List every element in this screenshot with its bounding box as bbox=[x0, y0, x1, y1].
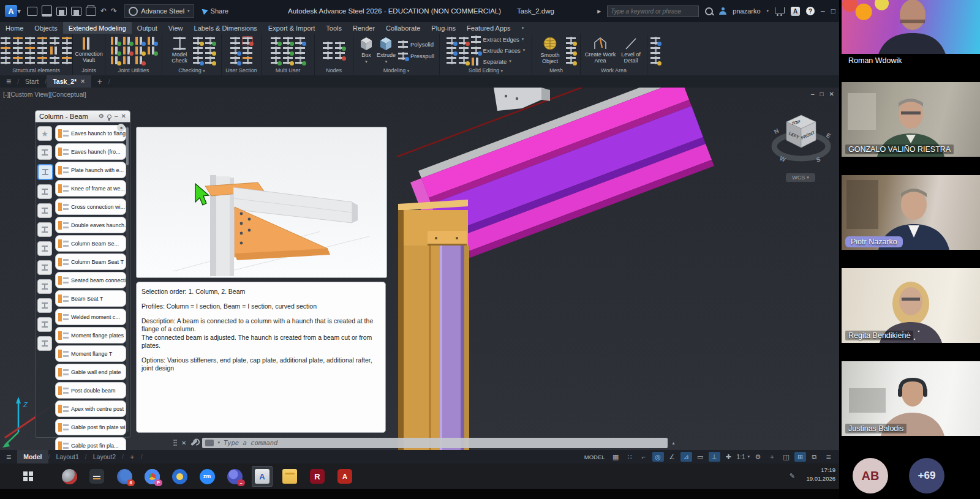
lineweight-icon[interactable]: ▭ bbox=[695, 452, 706, 462]
tool-icon[interactable] bbox=[459, 37, 469, 45]
tool-icon[interactable] bbox=[147, 37, 157, 45]
save-icon[interactable] bbox=[56, 7, 67, 16]
maximize-button[interactable]: □ bbox=[831, 7, 835, 15]
tool-icon[interactable] bbox=[566, 37, 576, 45]
tool-icon[interactable] bbox=[193, 47, 203, 54]
tool-icon[interactable] bbox=[37, 56, 47, 64]
palette-collapse-icon[interactable]: ◂ bbox=[117, 124, 125, 132]
joint-item[interactable]: Gable wall end plate bbox=[55, 364, 126, 380]
tool-icon[interactable] bbox=[13, 56, 23, 64]
tool-icon[interactable] bbox=[205, 47, 215, 54]
tool-icon[interactable] bbox=[123, 47, 132, 54]
tool-icon[interactable] bbox=[135, 47, 145, 54]
search-input[interactable] bbox=[607, 6, 699, 17]
joint-item[interactable]: Double eaves haunch... bbox=[55, 217, 126, 233]
participants-overflow-count[interactable]: +69 bbox=[909, 458, 944, 493]
polysolid-button[interactable]: Polysolid bbox=[398, 40, 434, 48]
tool-icon[interactable] bbox=[650, 47, 660, 54]
tab-home[interactable]: Home bbox=[0, 22, 29, 34]
taskbar-app-rstudio[interactable]: R bbox=[307, 466, 328, 487]
tool-icon[interactable] bbox=[205, 56, 215, 64]
separate-button[interactable]: Separate▾ bbox=[471, 58, 526, 66]
tool-icon[interactable] bbox=[62, 37, 72, 45]
extrude-faces-button[interactable]: Extrude Faces▾ bbox=[471, 47, 526, 54]
palette-scrollbar[interactable] bbox=[126, 126, 129, 432]
tool-icon[interactable] bbox=[123, 37, 132, 45]
smooth-object-button[interactable]: Smooth Object bbox=[537, 36, 564, 65]
tool-icon[interactable] bbox=[25, 47, 35, 54]
viewport-minimize-icon[interactable]: – bbox=[811, 91, 815, 97]
joint-item[interactable]: Seated beam connection bbox=[55, 272, 126, 288]
participant-tile[interactable]: Roman Wdowik bbox=[842, 0, 980, 66]
extrude-button[interactable]: Extrude ▾ bbox=[377, 36, 396, 64]
clean-screen-icon[interactable]: ⧉ bbox=[809, 452, 820, 462]
tool-icon[interactable] bbox=[135, 37, 145, 45]
tool-icon[interactable] bbox=[230, 47, 240, 54]
presspull-button[interactable]: Presspull bbox=[398, 52, 434, 60]
tool-icon[interactable] bbox=[62, 56, 72, 64]
tab-extended-modeling[interactable]: Extended Modeling bbox=[63, 22, 132, 34]
palette-pin-icon[interactable] bbox=[107, 114, 111, 119]
category-favorites[interactable]: ★ bbox=[37, 126, 52, 141]
participant-tile[interactable]: GONZALO VALIÑO RIESTRA bbox=[842, 82, 980, 157]
undo-icon[interactable]: ↶ bbox=[100, 7, 107, 15]
search-expand-icon[interactable]: ▸ bbox=[597, 7, 601, 15]
start-button[interactable] bbox=[23, 471, 33, 481]
tab-export-import[interactable]: Export & Import bbox=[263, 22, 320, 34]
tab-output[interactable]: Output bbox=[132, 22, 163, 34]
viewport-view-label[interactable]: [-][Custom View][Conceptual] bbox=[3, 91, 86, 98]
taskbar-app-advance-steel[interactable]: A bbox=[252, 466, 273, 487]
tool-icon[interactable] bbox=[447, 47, 456, 54]
taskbar-app-utility[interactable] bbox=[59, 466, 80, 487]
joint-item[interactable]: Moment flange T bbox=[55, 345, 126, 362]
tool-icon[interactable] bbox=[1, 47, 10, 54]
palette-settings-icon[interactable]: ⚙ bbox=[99, 113, 104, 119]
tool-icon[interactable] bbox=[271, 56, 281, 64]
layout2-tab[interactable]: Layout2 bbox=[87, 450, 122, 463]
tool-icon[interactable] bbox=[1, 37, 10, 45]
tool-icon[interactable] bbox=[650, 56, 660, 64]
tool-icon[interactable] bbox=[566, 56, 576, 64]
category-plate-joints[interactable] bbox=[37, 145, 52, 160]
tool-icon[interactable] bbox=[243, 56, 252, 64]
category-splice[interactable] bbox=[37, 203, 52, 218]
tool-icon[interactable] bbox=[323, 51, 333, 59]
command-placeholder[interactable]: Type a command bbox=[224, 439, 278, 446]
category-column-beam[interactable] bbox=[37, 164, 53, 180]
autodesk-icon[interactable]: A bbox=[791, 7, 800, 16]
tool-icon[interactable] bbox=[13, 47, 23, 54]
joint-item[interactable]: Gable post fin pla... bbox=[55, 437, 126, 450]
tab-view[interactable]: View bbox=[163, 22, 189, 34]
layout1-tab[interactable]: Layout1 bbox=[50, 450, 85, 463]
system-clock[interactable]: 17:19 19.01.2026 bbox=[806, 466, 835, 484]
taskbar-app-notes[interactable] bbox=[86, 466, 107, 487]
tool-icon[interactable] bbox=[243, 47, 252, 54]
polar-tracking-icon[interactable]: ◎ bbox=[652, 452, 664, 462]
joint-item[interactable]: Eaves haunch to flange bbox=[55, 125, 126, 141]
annotation-scale[interactable]: 1:1 bbox=[737, 454, 745, 460]
workspace-combobox[interactable]: Advance Steel ▾ bbox=[124, 4, 194, 18]
tool-icon[interactable] bbox=[283, 56, 293, 64]
joint-item[interactable]: Welded moment c... bbox=[55, 309, 126, 325]
joint-item[interactable]: Column Beam Seat T bbox=[55, 253, 126, 270]
joint-item[interactable]: Post double beam bbox=[55, 382, 126, 399]
username[interactable]: pnazarko bbox=[733, 7, 760, 15]
store-cart-icon[interactable] bbox=[775, 7, 785, 13]
tool-icon[interactable] bbox=[62, 47, 72, 54]
tool-icon[interactable] bbox=[459, 56, 469, 64]
palette-titlebar[interactable]: Column - Beam ⚙ – ✕ bbox=[35, 110, 130, 122]
wcs-selector[interactable]: WCS▾ bbox=[786, 173, 815, 182]
joint-item[interactable]: Cross connection wi... bbox=[55, 198, 126, 215]
isodraft-icon[interactable]: ∠ bbox=[666, 452, 678, 462]
command-input-bar[interactable]: ▾ Type a command bbox=[202, 438, 668, 448]
save-as-icon[interactable] bbox=[71, 7, 81, 16]
tool-icon[interactable] bbox=[650, 37, 660, 45]
taskbar-app-firefox[interactable]: 6 bbox=[114, 466, 135, 487]
taskbar-app-globe[interactable] bbox=[169, 466, 190, 487]
tool-icon[interactable] bbox=[110, 37, 120, 45]
snap-toggle-icon[interactable]: ∷ bbox=[624, 452, 636, 462]
new-layout-button[interactable]: + bbox=[124, 450, 141, 463]
tab-objects[interactable]: Objects bbox=[29, 22, 62, 34]
redo-icon[interactable]: ↷ bbox=[111, 7, 117, 15]
tool-icon[interactable] bbox=[271, 37, 281, 45]
